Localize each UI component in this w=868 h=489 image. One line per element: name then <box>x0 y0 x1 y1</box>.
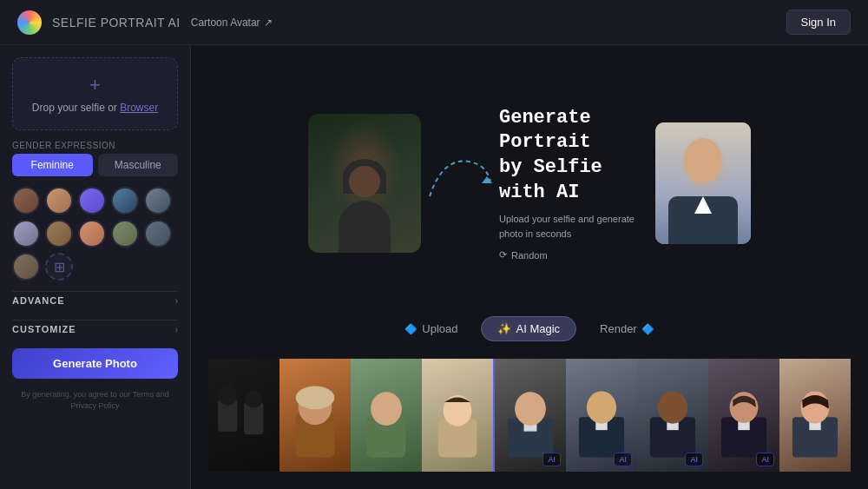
sign-in-button[interactable]: Sign In <box>786 10 851 35</box>
gallery-item-3[interactable] <box>351 359 422 472</box>
avatar-1[interactable] <box>12 187 40 215</box>
svg-point-16 <box>587 391 616 423</box>
gallery-img-9 <box>779 359 851 472</box>
avatar-8[interactable] <box>78 220 106 248</box>
avatar-6[interactable] <box>12 220 40 248</box>
selfie-photo-inner <box>308 114 421 253</box>
svg-point-1 <box>218 386 237 405</box>
hero-section: Generate Portraitby Selfie with AI Uploa… <box>208 63 851 304</box>
svg-point-3 <box>245 390 263 408</box>
avatar-grid: ⊞ <box>12 187 178 281</box>
cartoon-avatar-link[interactable]: Cartoon Avatar ↗ <box>191 17 273 29</box>
hero-title: Generate Portraitby Selfie with AI <box>499 106 655 205</box>
avatar-add[interactable]: ⊞ <box>45 253 73 281</box>
tab-ai-magic[interactable]: ✨ AI Magic <box>481 316 576 341</box>
sidebar: + Drop your selfie or Browser Gender Exp… <box>0 45 191 489</box>
ai-badge-6: AI <box>614 453 632 466</box>
gallery-item-5[interactable]: AI <box>495 359 566 472</box>
portrait-inner <box>655 122 751 244</box>
svg-point-8 <box>371 392 402 426</box>
gallery-item-1[interactable] <box>208 359 279 472</box>
ai-badge-8: AI <box>756 453 774 466</box>
render-tab-label: Render <box>600 322 637 335</box>
main-layout: + Drop your selfie or Browser Gender Exp… <box>0 45 868 489</box>
svg-point-13 <box>515 392 546 426</box>
customize-chevron-icon: › <box>175 325 178 334</box>
gender-label: Gender Expression <box>12 141 178 150</box>
customize-label: CUSTOMIZE <box>12 324 76 334</box>
ai-magic-tab-emoji: ✨ <box>497 322 511 335</box>
ai-magic-tab-label: AI Magic <box>516 322 560 335</box>
gallery-img-2 <box>279 359 351 472</box>
gallery-item-4[interactable] <box>422 359 495 472</box>
advance-section-header[interactable]: ADVANCE › <box>12 291 178 309</box>
header: SELFIE PORTRAIT AI Cartoon Avatar ↗ Sign… <box>0 0 868 45</box>
gallery: AI AI AI <box>208 359 851 472</box>
ai-badge-7: AI <box>685 453 703 466</box>
arrow-svg <box>421 149 499 218</box>
gallery-img-1 <box>208 359 279 472</box>
tab-render[interactable]: Render 🔷 <box>583 316 671 341</box>
logo-text: SELFIE PORTRAIT AI <box>52 16 181 30</box>
logo-subtext: PORTRAIT AI <box>96 16 181 30</box>
gallery-img-4 <box>422 359 493 472</box>
selfie-head <box>349 166 380 197</box>
main-content: Generate Portraitby Selfie with AI Uploa… <box>191 45 868 489</box>
logo-area: SELFIE PORTRAIT AI Cartoon Avatar ↗ <box>17 10 273 35</box>
upload-tab-label: Upload <box>422 322 457 335</box>
portrait-result-photo <box>655 122 751 244</box>
hero-subtitle: Upload your selfie and generate photo in… <box>499 212 655 241</box>
upload-browser-link[interactable]: Browser <box>120 102 158 114</box>
selfie-figure <box>334 157 395 253</box>
upload-label: Drop your selfie or <box>32 102 117 114</box>
svg-point-6 <box>296 386 335 409</box>
gender-section: Gender Expression Feminine Masculine <box>12 141 178 176</box>
gallery-item-6[interactable]: AI <box>566 359 637 472</box>
render-tab-emoji: 🔷 <box>641 323 654 335</box>
cartoon-link-text: Cartoon Avatar <box>191 17 260 29</box>
avatar-3[interactable] <box>78 187 106 215</box>
portrait-face <box>684 138 722 183</box>
generate-photo-button[interactable]: Generate Photo <box>12 348 178 379</box>
selfie-body <box>339 201 391 253</box>
selfie-input-photo <box>308 114 421 253</box>
advance-label: ADVANCE <box>12 295 65 306</box>
avatar-10[interactable] <box>144 220 172 248</box>
avatar-4[interactable] <box>111 187 139 215</box>
random-button[interactable]: ⟳ Random <box>499 249 548 261</box>
tab-upload[interactable]: 🔷 Upload <box>388 316 474 341</box>
gallery-item-7[interactable]: AI <box>637 359 708 472</box>
svg-point-19 <box>658 391 687 423</box>
gender-buttons: Feminine Masculine <box>12 154 178 176</box>
tabs-bar: 🔷 Upload ✨ AI Magic Render 🔷 <box>208 316 851 347</box>
gallery-item-2[interactable] <box>279 359 351 472</box>
gallery-item-9[interactable] <box>779 359 851 472</box>
avatar-5[interactable] <box>144 187 172 215</box>
upload-text: Drop your selfie or Browser <box>22 102 168 114</box>
arrow-area <box>421 149 499 218</box>
random-label: Random <box>511 250 548 261</box>
avatar-7[interactable] <box>45 220 73 248</box>
external-link-icon: ↗ <box>264 17 273 29</box>
gender-masculine-button[interactable]: Masculine <box>98 154 179 176</box>
ai-badge-5: AI <box>542 453 561 466</box>
logo-brand: SELFIE <box>52 16 96 30</box>
avatar-11[interactable] <box>12 253 40 281</box>
customize-section-header[interactable]: CUSTOMIZE › <box>12 320 178 338</box>
avatar-9[interactable] <box>111 220 139 248</box>
gender-feminine-button[interactable]: Feminine <box>12 154 93 176</box>
gallery-img-3 <box>351 359 422 472</box>
upload-tab-emoji: 🔷 <box>404 323 418 335</box>
upload-zone[interactable]: + Drop your selfie or Browser <box>12 57 178 130</box>
logo-icon <box>17 10 42 35</box>
refresh-icon: ⟳ <box>499 249 507 261</box>
avatar-2[interactable] <box>45 187 73 215</box>
advance-chevron-icon: › <box>175 296 178 306</box>
hero-text: Generate Portraitby Selfie with AI Uploa… <box>499 106 655 261</box>
upload-plus-icon: + <box>22 74 168 96</box>
gallery-item-8[interactable]: AI <box>708 359 779 472</box>
disclaimer-text: By generating, you agree to our Terms an… <box>12 389 178 411</box>
